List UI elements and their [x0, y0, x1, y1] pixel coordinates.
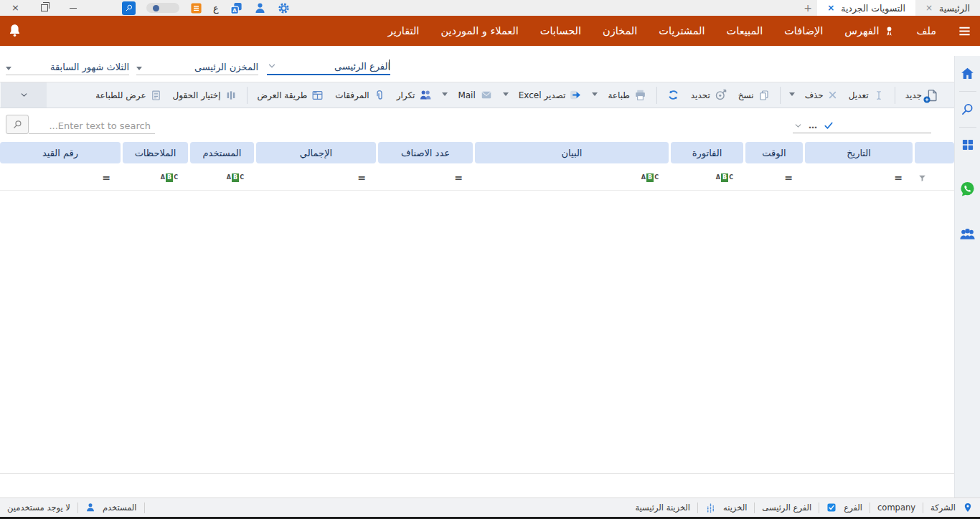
restore-window-icon[interactable]: [41, 4, 48, 11]
close-tab-icon[interactable]: ×: [827, 3, 834, 13]
menu-item-purchases[interactable]: المشتريات: [659, 25, 705, 37]
filter-cell-items-count[interactable]: = ABC: [378, 168, 473, 188]
column-header-items-count[interactable]: عدد الاصناف: [378, 142, 473, 163]
grid-empty-area[interactable]: [0, 191, 954, 497]
edit-button[interactable]: تعديل: [844, 85, 890, 106]
menu-item-addons[interactable]: الإضافات: [784, 25, 823, 37]
filter-cell-user[interactable]: = ABC: [190, 168, 254, 188]
ellipsis-icon[interactable]: …: [809, 123, 818, 128]
duplicate-button[interactable]: تكرار: [392, 85, 438, 106]
chevron-down-icon[interactable]: [267, 61, 277, 71]
column-header-user[interactable]: المستخدم: [190, 142, 254, 163]
funnel-icon[interactable]: [918, 173, 927, 183]
settings-gear-icon[interactable]: [277, 1, 291, 15]
statusbar-separator: [697, 503, 698, 513]
chevron-down-icon[interactable]: [793, 121, 803, 130]
print-button[interactable]: طباعة: [603, 85, 651, 106]
hamburger-menu-icon[interactable]: [958, 24, 971, 38]
filter-cell-invoice[interactable]: = ABC: [671, 168, 743, 188]
export-dropdown-button[interactable]: [499, 85, 512, 106]
quick-search-icon[interactable]: [122, 1, 136, 15]
dropdown-arrow-icon[interactable]: [6, 67, 11, 70]
column-header-total[interactable]: الإجمالي: [256, 142, 376, 163]
toggle-switch[interactable]: [146, 3, 179, 13]
menu-item-clients-suppliers[interactable]: العملاء و الموردين: [440, 25, 518, 37]
translate-icon[interactable]: [230, 1, 243, 15]
person-icon: [85, 503, 95, 513]
attachments-button[interactable]: المرفقات: [330, 85, 390, 106]
export-excel-button[interactable]: تصدير Excel: [514, 85, 588, 106]
choose-fields-button[interactable]: إختيار الحقول: [168, 85, 242, 106]
home-icon[interactable]: [960, 66, 975, 81]
view-mode-button[interactable]: طريقة العرض: [253, 85, 329, 106]
column-header-notes[interactable]: الملاحظات: [123, 142, 188, 163]
app-window: × ع + × التسويات الجردية × الرئيسية: [0, 0, 980, 519]
branch-value[interactable]: الفرع الرئيسى: [762, 503, 811, 513]
menu-item-index[interactable]: الفهرس: [844, 25, 895, 37]
tab-inventory-adjustments[interactable]: × التسويات الجردية: [817, 0, 915, 16]
warehouse-select[interactable]: المخزن الرئيسى: [136, 57, 258, 75]
dropdown-arrow-icon[interactable]: [136, 67, 142, 70]
delete-dropdown-button[interactable]: [786, 85, 798, 106]
check-icon[interactable]: [824, 120, 834, 130]
notifications-bell-icon[interactable]: [7, 23, 22, 38]
toolbar-overflow-button[interactable]: [0, 82, 47, 108]
apps-grid-icon[interactable]: [961, 138, 975, 152]
minimize-window-icon[interactable]: [70, 8, 77, 9]
language-letter[interactable]: ع: [213, 3, 219, 14]
mail-dropdown-button[interactable]: [438, 85, 451, 106]
filter-condition-field[interactable]: …: [793, 117, 931, 133]
filter-cell-total[interactable]: = ABC: [256, 168, 376, 188]
treasury-label: الخزينه: [723, 503, 747, 513]
menu-item-accounts[interactable]: الحسابات: [540, 25, 581, 37]
whatsapp-icon[interactable]: [959, 181, 976, 197]
menu-label: الفهرس: [844, 25, 879, 37]
statusbar-separator: [923, 503, 923, 513]
menu-item-warehouses[interactable]: المخازن: [603, 25, 637, 37]
new-button[interactable]: جديد: [900, 85, 944, 106]
user-icon[interactable]: [254, 2, 266, 14]
print-preview-button[interactable]: عرض للطباعة: [90, 85, 166, 106]
new-tab-button[interactable]: +: [798, 0, 817, 16]
button-label: حذف: [805, 90, 824, 100]
refresh-button[interactable]: [662, 85, 684, 106]
menu-item-reports[interactable]: التقارير: [388, 25, 420, 37]
period-select[interactable]: الثلاث شهور السابقة: [6, 57, 129, 75]
search-input[interactable]: [29, 118, 155, 134]
user-value[interactable]: لا يوجد مستخدمين: [7, 503, 70, 513]
company-value[interactable]: company: [877, 503, 915, 513]
delete-button[interactable]: حذف: [800, 85, 842, 106]
search-icon[interactable]: [960, 102, 975, 117]
menu-item-file[interactable]: ملف: [916, 25, 936, 37]
close-tab-icon[interactable]: ×: [925, 3, 933, 13]
treasury-value[interactable]: الخزينة الرئيسية: [635, 503, 690, 513]
mail-button[interactable]: Mail: [453, 85, 497, 106]
checkbox-icon[interactable]: [826, 503, 837, 513]
select-button[interactable]: تحديد: [686, 85, 732, 106]
dropdown-arrow-icon: [592, 92, 598, 96]
filter-cell-entry-number[interactable]: = ABC: [0, 168, 121, 188]
filter-cell-date[interactable]: = ABC: [805, 168, 913, 188]
filter-cell-notes[interactable]: = ABC: [123, 168, 188, 188]
period-value: الثلاث شهور السابقة: [50, 62, 129, 72]
column-header-entry-number[interactable]: رقم القيد: [0, 142, 121, 163]
menu-item-sales[interactable]: المبيعات: [727, 25, 763, 37]
filter-cell-description[interactable]: = ABC: [475, 168, 669, 188]
dropdown-arrow-icon: [442, 92, 448, 96]
branch-select[interactable]: الفرع الرئيسى: [267, 57, 390, 75]
column-header-date[interactable]: التاريخ: [805, 142, 913, 163]
tab-home[interactable]: × الرئيسية: [915, 0, 980, 16]
print-dropdown-button[interactable]: [588, 85, 601, 106]
sidebar-divider: [959, 91, 976, 92]
column-header-invoice[interactable]: الفاتورة: [671, 142, 743, 163]
search-icon[interactable]: [6, 115, 29, 134]
list-icon[interactable]: [190, 2, 202, 14]
filter-cell-time[interactable]: = ABC: [745, 168, 803, 188]
users-group-icon[interactable]: [959, 226, 976, 242]
branch-label: الفرع: [844, 503, 862, 513]
column-header-description[interactable]: البيان: [475, 142, 669, 163]
close-window-button[interactable]: ×: [11, 0, 19, 16]
column-header-time[interactable]: الوقت: [745, 142, 803, 163]
copy-button[interactable]: نسخ: [733, 85, 775, 106]
ribbon-icon: [884, 25, 895, 37]
